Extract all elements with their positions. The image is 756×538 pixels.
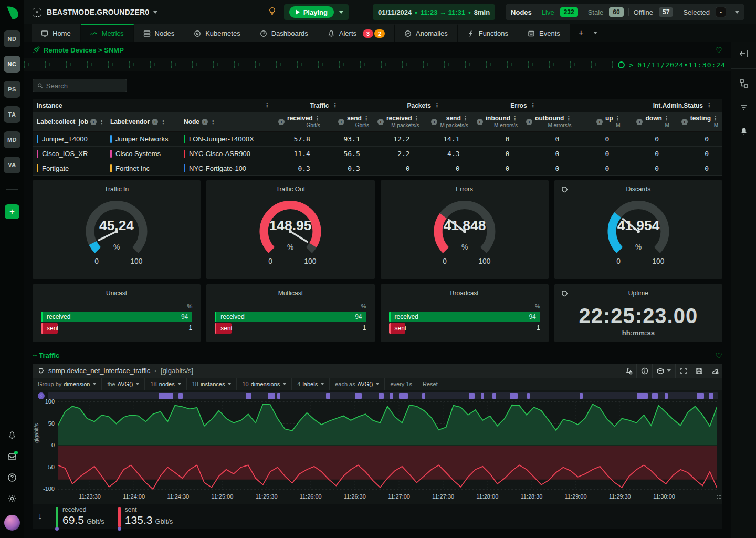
received-bar[interactable]: received94 bbox=[41, 312, 192, 322]
table-row[interactable]: Fortigate Fortinet Inc NYC-Fortigate-100… bbox=[33, 161, 722, 176]
gauge-card-discards[interactable]: Discards 41.954 % 0 100 bbox=[554, 180, 722, 279]
bar-card-unicast[interactable]: Unicast % received94 sent1 bbox=[33, 284, 201, 342]
collapse-panel-icon[interactable] bbox=[739, 48, 749, 59]
column-header-collect-job[interactable]: Label:collect_job bbox=[33, 112, 106, 131]
chart-annotate-icon[interactable] bbox=[707, 364, 722, 378]
gauge-card-traffic-out[interactable]: Traffic Out 148.95 % 0 100 bbox=[206, 180, 374, 279]
tab-events[interactable]: Events bbox=[518, 24, 570, 42]
column-menu-icon[interactable] bbox=[99, 119, 104, 125]
tab-kubernetes[interactable]: Kubernetes bbox=[184, 24, 250, 42]
chart-alert-settings-icon[interactable] bbox=[621, 364, 636, 378]
workspace-chevron-down-icon[interactable] bbox=[153, 11, 158, 14]
notifications-bell-icon[interactable] bbox=[7, 431, 17, 440]
sent-bar[interactable]: sent bbox=[215, 323, 232, 334]
info-icon[interactable] bbox=[477, 119, 483, 125]
tab-anomalies[interactable]: Anomalies bbox=[395, 24, 458, 42]
info-icon[interactable] bbox=[338, 119, 344, 125]
info-icon[interactable] bbox=[431, 119, 437, 125]
favorite-heart-icon[interactable]: ♡ bbox=[716, 46, 722, 54]
info-icon[interactable] bbox=[636, 119, 643, 125]
column-header-send-gbit[interactable]: sendGbit/s bbox=[324, 112, 373, 131]
bar-card-multicast[interactable]: Mutlicast % received94 sent1 bbox=[206, 284, 374, 342]
column-menu-icon[interactable] bbox=[414, 116, 419, 121]
each-as-dropdown[interactable]: each asAVG() bbox=[330, 378, 385, 390]
legend-item-received[interactable]: received 69.5Gbit/s bbox=[56, 506, 104, 527]
info-icon[interactable] bbox=[681, 119, 688, 125]
warning-alerts-badge[interactable]: 2 bbox=[374, 29, 385, 38]
column-header-up[interactable]: upM bbox=[575, 112, 624, 131]
column-header-down[interactable]: downM bbox=[625, 112, 674, 131]
search-box[interactable] bbox=[33, 79, 127, 92]
column-menu-icon[interactable] bbox=[706, 102, 712, 108]
filter-icon[interactable] bbox=[739, 102, 749, 113]
timeline-marker-circle-icon[interactable] bbox=[618, 61, 625, 68]
column-header-testing[interactable]: testingM bbox=[674, 112, 722, 131]
nodes-dropdown[interactable]: 18nodes bbox=[145, 378, 186, 390]
reset-button[interactable]: Reset bbox=[417, 381, 443, 387]
gauge-card-errors[interactable]: Errors 41.848 % 0 100 bbox=[381, 180, 549, 279]
chart-name[interactable]: snmp.device_net_interface_traffic bbox=[48, 367, 150, 375]
tab-nodes[interactable]: Nodes bbox=[134, 24, 185, 42]
tab-functions[interactable]: Functions bbox=[458, 24, 518, 42]
nodes-chevron-down-icon[interactable] bbox=[735, 11, 739, 14]
column-menu-icon[interactable] bbox=[314, 116, 320, 121]
alerts-bell-icon[interactable] bbox=[739, 127, 749, 137]
column-menu-icon[interactable] bbox=[210, 119, 216, 125]
column-header-received-packets[interactable]: receivedM packets/s bbox=[373, 112, 424, 131]
gauge-card-traffic-in[interactable]: Traffic In 45.24 % 0 100 bbox=[33, 180, 201, 279]
bar-card-broadcast[interactable]: Broadcast % received94 sent1 bbox=[381, 284, 549, 342]
column-menu-icon[interactable] bbox=[332, 102, 338, 108]
netdata-logo-icon[interactable] bbox=[0, 0, 24, 24]
table-row[interactable]: Cisco_IOS_XR Cisco Systems NYC-Cisco-ASR… bbox=[33, 147, 722, 161]
add-tab-button[interactable]: + bbox=[570, 24, 606, 42]
dimensions-dropdown[interactable]: 10dimensions bbox=[237, 378, 292, 390]
column-header-inbound-errors[interactable]: inboundM errors/s bbox=[472, 112, 522, 131]
traffic-area-chart[interactable] bbox=[58, 401, 717, 490]
labels-dropdown[interactable]: 4labels bbox=[292, 378, 330, 390]
dimension-sort-arrow-icon[interactable]: ↓ bbox=[38, 512, 42, 521]
playing-button[interactable]: Playing bbox=[289, 6, 334, 18]
live-count-badge[interactable]: 232 bbox=[560, 7, 578, 17]
tag-icon[interactable] bbox=[561, 289, 569, 299]
column-menu-icon[interactable] bbox=[160, 119, 166, 125]
space-item-nc[interactable]: NC bbox=[4, 56, 20, 73]
info-icon[interactable] bbox=[278, 119, 285, 125]
playback-chevron-down-icon[interactable] bbox=[339, 11, 343, 14]
info-icon[interactable] bbox=[596, 119, 603, 125]
tab-alerts[interactable]: Alerts 3 2 bbox=[318, 24, 395, 42]
chart-save-icon[interactable] bbox=[691, 364, 707, 378]
breadcrumb[interactable]: Remote Devices > SNMP bbox=[44, 46, 124, 54]
workspace-icon[interactable] bbox=[33, 8, 41, 17]
received-bar[interactable]: received94 bbox=[215, 312, 366, 322]
cell-node[interactable]: NYC-Cisco-ASR900 bbox=[189, 150, 250, 158]
column-menu-icon[interactable] bbox=[565, 116, 571, 121]
chart-info-icon[interactable] bbox=[636, 364, 652, 378]
column-menu-icon[interactable] bbox=[363, 116, 369, 121]
column-menu-icon[interactable] bbox=[463, 116, 468, 121]
favorite-heart-icon[interactable]: ♡ bbox=[716, 351, 722, 359]
column-menu-icon[interactable] bbox=[530, 102, 536, 108]
info-icon[interactable] bbox=[377, 119, 384, 125]
help-icon[interactable] bbox=[7, 473, 17, 482]
column-header-vendor[interactable]: Label:vendor bbox=[106, 112, 180, 131]
search-input[interactable] bbox=[46, 82, 122, 90]
instances-dropdown[interactable]: 18instances bbox=[187, 378, 237, 390]
user-avatar[interactable] bbox=[4, 515, 20, 531]
aggregation-dropdown[interactable]: theAVG() bbox=[102, 378, 145, 390]
uptime-card[interactable]: Uptime 22:25:23.00 hh:mm:ss bbox=[554, 284, 722, 342]
column-menu-icon[interactable] bbox=[712, 116, 718, 121]
column-menu-icon[interactable] bbox=[264, 102, 270, 108]
critical-alerts-badge[interactable]: 3 bbox=[363, 29, 373, 38]
sent-bar[interactable]: sent bbox=[389, 323, 406, 334]
space-item-ps[interactable]: PS bbox=[4, 81, 20, 98]
tab-home[interactable]: Home bbox=[32, 24, 81, 42]
plot-area[interactable] bbox=[58, 401, 717, 490]
group-by-dropdown[interactable]: Group bydimension bbox=[33, 378, 102, 390]
news-bulb-icon[interactable] bbox=[268, 7, 277, 18]
column-menu-icon[interactable] bbox=[664, 116, 669, 121]
info-icon[interactable] bbox=[526, 119, 532, 125]
tab-metrics[interactable]: Metrics bbox=[81, 24, 134, 42]
space-item-ta[interactable]: TA bbox=[4, 106, 20, 123]
cell-node[interactable]: NYC-Fortigate-100 bbox=[189, 164, 246, 172]
cell-node[interactable]: LON-Juniper-T4000X bbox=[189, 135, 254, 143]
